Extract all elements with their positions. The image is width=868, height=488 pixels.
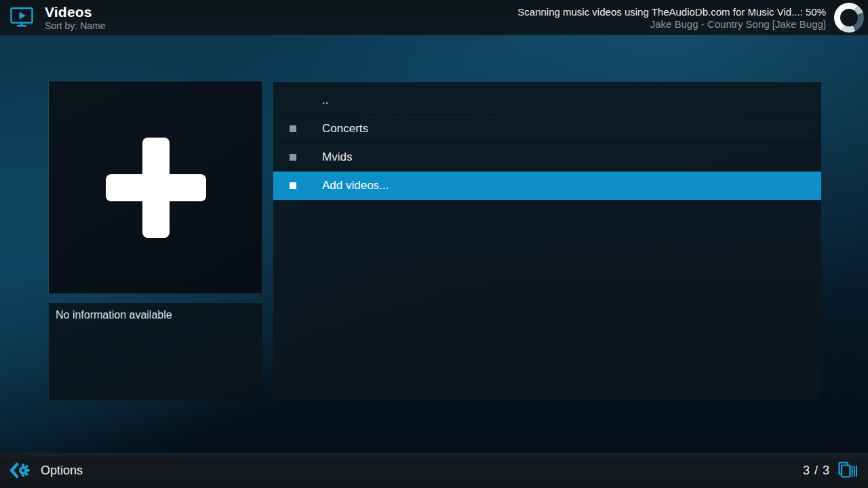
list-item-label: Mvids xyxy=(322,150,352,164)
bottom-bar: Options 3 / 3 xyxy=(0,453,868,488)
bullet-square-icon xyxy=(290,182,296,189)
scan-status-block: Scanning music videos using TheAudioDb.c… xyxy=(517,5,826,30)
busy-spinner-icon xyxy=(834,3,864,33)
list-item[interactable]: Add videos... xyxy=(273,171,821,200)
top-bar: Videos Sort by: Name Scanning music vide… xyxy=(0,0,868,35)
thumbnail-panel xyxy=(49,81,262,293)
page-title: Videos xyxy=(45,4,105,20)
options-gear-icon xyxy=(9,460,31,481)
scan-current-item: Jake Bugg - Country Song [Jake Bugg] xyxy=(650,18,826,30)
options-label: Options xyxy=(41,464,83,478)
title-block: Videos Sort by: Name xyxy=(45,4,105,32)
top-bar-left: Videos Sort by: Name xyxy=(0,4,105,32)
info-text: No information available xyxy=(56,309,172,321)
list-item-label: .. xyxy=(322,94,328,107)
bullet-square-icon xyxy=(290,154,296,161)
file-list: ..ConcertsMvidsAdd videos... xyxy=(273,82,821,400)
sort-order-label: Sort by: Name xyxy=(45,20,105,32)
page-position: 3 / 3 xyxy=(803,464,830,478)
videos-tv-icon xyxy=(9,6,34,29)
list-item[interactable]: Mvids xyxy=(273,143,821,171)
top-bar-right: Scanning music videos using TheAudioDb.c… xyxy=(517,3,868,33)
options-button[interactable]: Options xyxy=(0,460,83,481)
scan-status-text: Scanning music videos using TheAudioDb.c… xyxy=(517,5,826,18)
kodi-videos-screen: Videos Sort by: Name Scanning music vide… xyxy=(0,0,868,488)
list-item-label: Add videos... xyxy=(322,179,389,192)
list-item[interactable]: .. xyxy=(273,86,821,115)
list-item[interactable]: Concerts xyxy=(273,115,821,143)
list-item-label: Concerts xyxy=(322,122,368,136)
pages-stack-icon xyxy=(837,461,857,480)
info-panel: No information available xyxy=(49,303,262,400)
bullet-square-icon xyxy=(290,125,296,132)
plus-icon xyxy=(106,138,206,238)
footer-right: 3 / 3 xyxy=(803,461,868,480)
